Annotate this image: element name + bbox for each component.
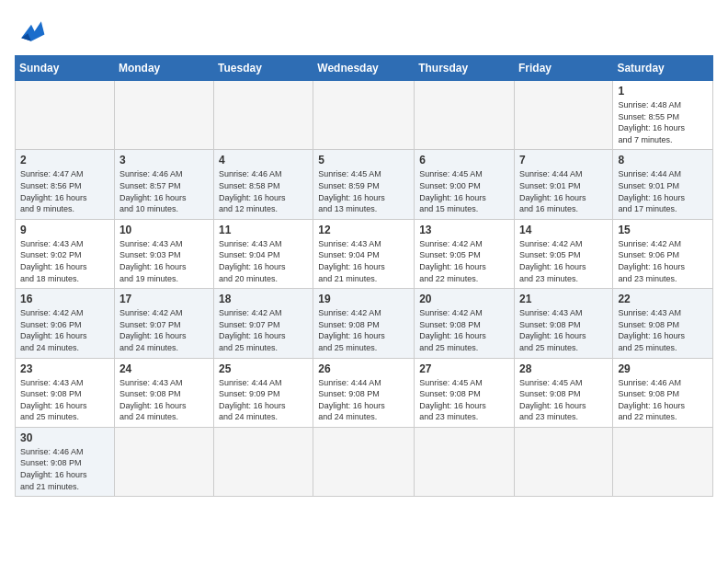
day-number: 20: [419, 293, 509, 305]
day-cell: 3Sunrise: 4:46 AM Sunset: 8:57 PM Daylig…: [114, 150, 213, 219]
day-info: Sunrise: 4:42 AM Sunset: 9:08 PM Dayligh…: [318, 307, 409, 353]
day-info: Sunrise: 4:45 AM Sunset: 9:00 PM Dayligh…: [419, 168, 509, 214]
day-number: 22: [618, 293, 708, 305]
day-cell: 9Sunrise: 4:43 AM Sunset: 9:02 PM Daylig…: [16, 219, 115, 288]
day-cell: 25Sunrise: 4:44 AM Sunset: 9:09 PM Dayli…: [214, 358, 313, 427]
day-cell: 30Sunrise: 4:46 AM Sunset: 9:08 PM Dayli…: [16, 427, 115, 496]
day-number: 29: [618, 362, 708, 375]
day-info: Sunrise: 4:42 AM Sunset: 9:05 PM Dayligh…: [519, 238, 608, 284]
day-number: 9: [20, 224, 109, 236]
day-info: Sunrise: 4:46 AM Sunset: 9:08 PM Dayligh…: [618, 377, 708, 423]
day-cell: [514, 81, 612, 150]
week-row-4: 16Sunrise: 4:42 AM Sunset: 9:06 PM Dayli…: [16, 289, 713, 358]
day-cell: 12Sunrise: 4:43 AM Sunset: 9:04 PM Dayli…: [313, 219, 415, 288]
week-row-3: 9Sunrise: 4:43 AM Sunset: 9:02 PM Daylig…: [16, 219, 713, 288]
day-info: Sunrise: 4:43 AM Sunset: 9:08 PM Dayligh…: [119, 377, 209, 423]
day-cell: [313, 81, 415, 150]
day-cell: 21Sunrise: 4:43 AM Sunset: 9:08 PM Dayli…: [514, 289, 612, 358]
day-cell: [214, 81, 313, 150]
day-cell: 15Sunrise: 4:42 AM Sunset: 9:06 PM Dayli…: [613, 219, 713, 288]
day-number: 19: [318, 293, 409, 305]
day-info: Sunrise: 4:42 AM Sunset: 9:06 PM Dayligh…: [618, 238, 708, 284]
day-info: Sunrise: 4:42 AM Sunset: 9:07 PM Dayligh…: [119, 307, 209, 353]
day-number: 16: [20, 293, 109, 305]
day-number: 30: [20, 431, 109, 444]
day-cell: [613, 427, 713, 496]
day-info: Sunrise: 4:46 AM Sunset: 9:08 PM Dayligh…: [20, 446, 109, 492]
day-number: 10: [119, 224, 209, 236]
day-number: 27: [419, 362, 509, 375]
day-number: 13: [419, 224, 509, 236]
day-number: 23: [20, 362, 109, 375]
day-info: Sunrise: 4:43 AM Sunset: 9:04 PM Dayligh…: [219, 238, 308, 284]
day-number: 21: [519, 293, 608, 305]
day-cell: 29Sunrise: 4:46 AM Sunset: 9:08 PM Dayli…: [613, 358, 713, 427]
day-cell: 1Sunrise: 4:48 AM Sunset: 8:55 PM Daylig…: [613, 81, 713, 150]
weekday-header-monday: Monday: [114, 56, 213, 81]
day-info: Sunrise: 4:48 AM Sunset: 8:55 PM Dayligh…: [618, 99, 708, 145]
weekday-header-thursday: Thursday: [415, 56, 515, 81]
logo: [15, 15, 51, 48]
day-info: Sunrise: 4:44 AM Sunset: 9:01 PM Dayligh…: [519, 168, 608, 214]
day-info: Sunrise: 4:44 AM Sunset: 9:08 PM Dayligh…: [318, 377, 409, 423]
day-info: Sunrise: 4:43 AM Sunset: 9:08 PM Dayligh…: [20, 377, 109, 423]
weekday-header-row: SundayMondayTuesdayWednesdayThursdayFrid…: [16, 56, 713, 81]
day-number: 12: [318, 224, 409, 236]
day-info: Sunrise: 4:46 AM Sunset: 8:58 PM Dayligh…: [219, 168, 308, 214]
day-info: Sunrise: 4:44 AM Sunset: 9:09 PM Dayligh…: [219, 377, 308, 423]
day-cell: 27Sunrise: 4:45 AM Sunset: 9:08 PM Dayli…: [415, 358, 515, 427]
day-cell: [313, 427, 415, 496]
calendar-table: SundayMondayTuesdayWednesdayThursdayFrid…: [15, 55, 713, 497]
week-row-2: 2Sunrise: 4:47 AM Sunset: 8:56 PM Daylig…: [16, 150, 713, 219]
day-cell: 13Sunrise: 4:42 AM Sunset: 9:05 PM Dayli…: [415, 219, 515, 288]
day-number: 28: [519, 362, 608, 375]
day-cell: 28Sunrise: 4:45 AM Sunset: 9:08 PM Dayli…: [514, 358, 612, 427]
day-info: Sunrise: 4:43 AM Sunset: 9:03 PM Dayligh…: [119, 238, 209, 284]
day-cell: 11Sunrise: 4:43 AM Sunset: 9:04 PM Dayli…: [214, 219, 313, 288]
day-cell: [514, 427, 612, 496]
day-number: 3: [119, 154, 209, 167]
day-number: 14: [519, 224, 608, 236]
day-cell: 23Sunrise: 4:43 AM Sunset: 9:08 PM Dayli…: [16, 358, 115, 427]
day-number: 25: [219, 362, 308, 375]
day-info: Sunrise: 4:45 AM Sunset: 8:59 PM Dayligh…: [318, 168, 409, 214]
day-info: Sunrise: 4:44 AM Sunset: 9:01 PM Dayligh…: [618, 168, 708, 214]
day-number: 18: [219, 293, 308, 305]
week-row-6: 30Sunrise: 4:46 AM Sunset: 9:08 PM Dayli…: [16, 427, 713, 496]
day-number: 17: [119, 293, 209, 305]
day-info: Sunrise: 4:45 AM Sunset: 9:08 PM Dayligh…: [519, 377, 608, 423]
day-info: Sunrise: 4:42 AM Sunset: 9:06 PM Dayligh…: [20, 307, 109, 353]
day-number: 2: [20, 154, 109, 167]
day-cell: 14Sunrise: 4:42 AM Sunset: 9:05 PM Dayli…: [514, 219, 612, 288]
weekday-header-saturday: Saturday: [613, 56, 713, 81]
day-number: 4: [219, 154, 308, 167]
day-cell: 19Sunrise: 4:42 AM Sunset: 9:08 PM Dayli…: [313, 289, 415, 358]
day-cell: 16Sunrise: 4:42 AM Sunset: 9:06 PM Dayli…: [16, 289, 115, 358]
day-info: Sunrise: 4:42 AM Sunset: 9:05 PM Dayligh…: [419, 238, 509, 284]
page-wrapper: SundayMondayTuesdayWednesdayThursdayFrid…: [15, 15, 713, 497]
day-number: 7: [519, 154, 608, 167]
day-info: Sunrise: 4:43 AM Sunset: 9:04 PM Dayligh…: [318, 238, 409, 284]
day-cell: 6Sunrise: 4:45 AM Sunset: 9:00 PM Daylig…: [415, 150, 515, 219]
day-cell: 18Sunrise: 4:42 AM Sunset: 9:07 PM Dayli…: [214, 289, 313, 358]
day-info: Sunrise: 4:43 AM Sunset: 9:08 PM Dayligh…: [519, 307, 608, 353]
day-info: Sunrise: 4:42 AM Sunset: 9:08 PM Dayligh…: [419, 307, 509, 353]
day-cell: [415, 427, 515, 496]
day-info: Sunrise: 4:42 AM Sunset: 9:07 PM Dayligh…: [219, 307, 308, 353]
day-info: Sunrise: 4:46 AM Sunset: 8:57 PM Dayligh…: [119, 168, 209, 214]
day-cell: 10Sunrise: 4:43 AM Sunset: 9:03 PM Dayli…: [114, 219, 213, 288]
week-row-1: 1Sunrise: 4:48 AM Sunset: 8:55 PM Daylig…: [16, 81, 713, 150]
day-cell: 7Sunrise: 4:44 AM Sunset: 9:01 PM Daylig…: [514, 150, 612, 219]
day-cell: [114, 81, 213, 150]
day-cell: 26Sunrise: 4:44 AM Sunset: 9:08 PM Dayli…: [313, 358, 415, 427]
day-cell: [16, 81, 115, 150]
day-number: 1: [618, 85, 708, 98]
day-info: Sunrise: 4:45 AM Sunset: 9:08 PM Dayligh…: [419, 377, 509, 423]
day-info: Sunrise: 4:47 AM Sunset: 8:56 PM Dayligh…: [20, 168, 109, 214]
day-cell: 20Sunrise: 4:42 AM Sunset: 9:08 PM Dayli…: [415, 289, 515, 358]
weekday-header-sunday: Sunday: [16, 56, 115, 81]
week-row-5: 23Sunrise: 4:43 AM Sunset: 9:08 PM Dayli…: [16, 358, 713, 427]
day-info: Sunrise: 4:43 AM Sunset: 9:02 PM Dayligh…: [20, 238, 109, 284]
day-cell: 2Sunrise: 4:47 AM Sunset: 8:56 PM Daylig…: [16, 150, 115, 219]
day-cell: [415, 81, 515, 150]
